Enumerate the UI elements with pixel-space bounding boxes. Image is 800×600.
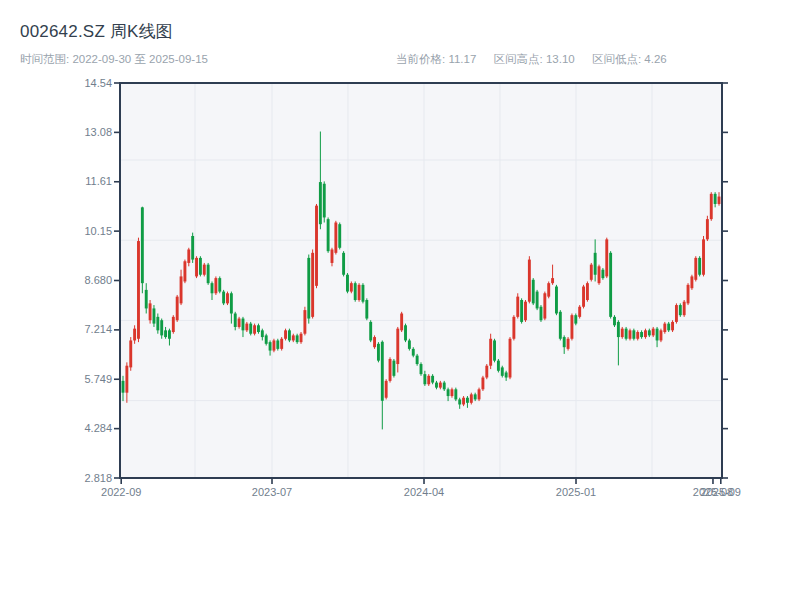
y-tick-label: 11.61 [0, 175, 112, 188]
y-tick-label: 7.214 [0, 323, 112, 336]
y-tick-label: 5.749 [0, 373, 112, 386]
kline-page: 002642.SZ 周K线图 时间范围: 2022-09-30 至 2025-0… [0, 0, 800, 600]
x-tick-label: 2025-01 [536, 486, 616, 499]
y-tick-label: 8.680 [0, 274, 112, 287]
x-tick-label: 2025-09 [681, 486, 761, 499]
y-tick-label: 13.08 [0, 126, 112, 139]
candlestick-plot [0, 0, 800, 600]
y-tick-label: 4.284 [0, 422, 112, 435]
x-tick-label: 2022-09 [81, 486, 161, 499]
y-tick-label: 14.54 [0, 77, 112, 90]
y-tick-label: 2.818 [0, 472, 112, 485]
x-tick-label: 2024-04 [384, 486, 464, 499]
kline-chart: 14.5413.0811.6110.158.6807.2145.7494.284… [0, 0, 800, 600]
y-tick-label: 10.15 [0, 225, 112, 238]
x-tick-label: 2023-07 [232, 486, 312, 499]
